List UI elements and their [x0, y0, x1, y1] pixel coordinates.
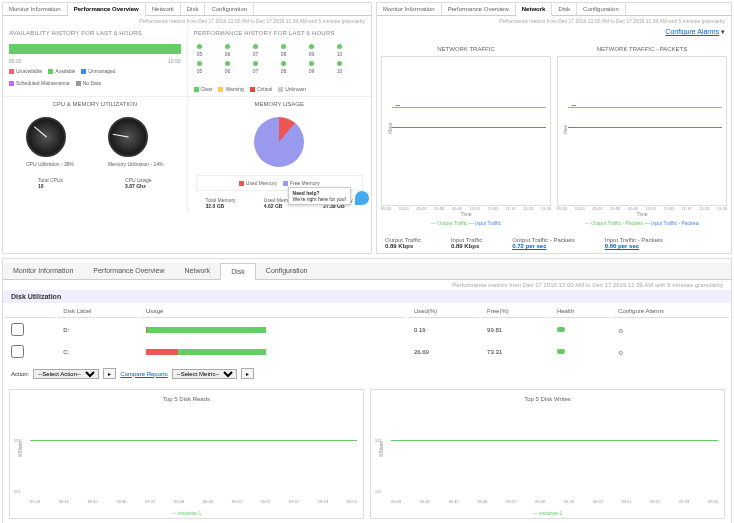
chat-icon[interactable]	[355, 191, 369, 205]
legend-item: Unknown	[278, 86, 306, 92]
perf-hour: 09	[306, 61, 318, 74]
disk-column: Configure Alarms	[612, 305, 729, 318]
perf-hour: 07	[250, 44, 262, 57]
table-row: D:0.1999.81⚙	[5, 320, 729, 340]
mem-stat: Total Memory32.0 GB	[206, 197, 236, 209]
legend-item: Available	[48, 68, 75, 74]
select-metric[interactable]: --Select Metric--	[172, 369, 237, 379]
net-stat[interactable]: Output Traffic - Packets0.72 per sec	[512, 237, 575, 249]
dropdown-icon[interactable]: ▾	[721, 28, 725, 35]
tab-disk[interactable]: Disk	[552, 3, 577, 15]
mem-usage-title: MEMORY USAGE	[188, 97, 372, 111]
net-stat: Input Traffic0.89 Kbps	[451, 237, 482, 249]
perf-calendar: 050607080910 050607080910	[188, 40, 372, 82]
perf-hour: 10	[334, 61, 346, 74]
health-indicator	[557, 327, 565, 332]
table-row: C:26.6973.31⚙	[5, 342, 729, 362]
cpu-gauge	[26, 117, 66, 157]
action-label: Action:	[11, 371, 29, 377]
gear-icon[interactable]: ⚙	[618, 328, 623, 334]
disk-meta: Performance metrics from Dec 17 2019 12:…	[3, 280, 731, 290]
net-legend: — Output Traffic - Packets — Input Traff…	[557, 217, 727, 229]
perf-hour: 08	[278, 61, 290, 74]
row-checkbox[interactable]	[11, 323, 24, 336]
cpu-gauge-label: CPU Utilization - 38%	[26, 161, 74, 167]
tab-performance-overview[interactable]: Performance Overview	[442, 3, 516, 15]
usage-bar	[146, 327, 266, 333]
legend-item: Warning	[218, 86, 243, 92]
disk-column: Usage	[140, 305, 406, 318]
legend-item: Used Memory	[239, 180, 277, 186]
disk-chart: Top 5 Disk ReadsKB/sec55355109:4309:4409…	[9, 389, 364, 519]
perf-hour: 05	[194, 61, 206, 74]
perf-hour: 05	[194, 44, 206, 57]
legend-item: Unmanaged	[81, 68, 115, 74]
tab-network[interactable]: Network	[516, 3, 553, 16]
disk-column: Disk Label	[57, 305, 138, 318]
tab-performance-overview[interactable]: Performance Overview	[68, 3, 146, 16]
tab-configuration[interactable]: Configuration	[577, 3, 626, 15]
disk-chart: Top 5 Disk WritesKB/sec55355109:4309:440…	[370, 389, 725, 519]
availability-bar	[9, 44, 181, 54]
usage-bar	[146, 349, 266, 355]
availability-legend: UnavailableAvailableUnmanagedScheduled M…	[3, 64, 187, 90]
net-stat: Output Traffic0.89 Kbps	[385, 237, 421, 249]
meta-text: Performance metrics from Dec 17 2019 12:…	[3, 16, 371, 26]
row-checkbox[interactable]	[11, 345, 24, 358]
disk-column: Health	[551, 305, 610, 318]
legend-item: Scheduled Maintenance	[9, 80, 70, 86]
net-chart: Kbps	[381, 56, 551, 206]
perf-hour: 06	[222, 61, 234, 74]
health-indicator	[557, 349, 565, 354]
memory-pie	[254, 117, 304, 167]
disk-column: Used(%)	[408, 305, 479, 318]
configure-alarms-link[interactable]: Configure Alarms	[665, 28, 719, 35]
mem-gauge	[108, 117, 148, 157]
used-pct: 0.19	[408, 320, 479, 340]
net-chart-title: NETWORK TRAFFIC	[381, 42, 551, 56]
perf-history-title: PERFORMANCE HISTORY FOR LAST 6 HOURS	[188, 26, 372, 40]
tab-network[interactable]: Network	[146, 3, 181, 15]
disk-column: Free(%)	[481, 305, 549, 318]
tab-performance-overview[interactable]: Performance Overview	[83, 263, 174, 279]
tab-configuration[interactable]: Configuration	[256, 263, 318, 279]
tab-monitor-information[interactable]: Monitor Information	[377, 3, 442, 15]
total-cpus: Total CPUs10	[38, 177, 63, 189]
cpu-mem-title: CPU & MEMORY UTILIZATION	[3, 97, 187, 111]
tab-configuration[interactable]: Configuration	[205, 3, 254, 15]
perf-hour: 07	[250, 61, 262, 74]
tabs-disk: Monitor InformationPerformance OverviewN…	[3, 263, 731, 280]
go-metric-button[interactable]: ▸	[241, 368, 254, 379]
perf-hour: 09	[306, 44, 318, 57]
disk-label: C:	[57, 342, 138, 362]
go-button[interactable]: ▸	[103, 368, 116, 379]
cpu-usage: CPU Usage3.87 Ghz	[125, 177, 151, 189]
tab-monitor-information[interactable]: Monitor Information	[3, 3, 68, 15]
tabs-perf: Monitor InformationPerformance OverviewN…	[3, 3, 371, 16]
net-chart-title: NETWORK TRAFFIC - PACKETS	[557, 42, 727, 56]
perf-hour: 08	[278, 44, 290, 57]
used-pct: 26.69	[408, 342, 479, 362]
tab-disk[interactable]: Disk	[220, 263, 256, 280]
net-chart: /sec	[557, 56, 727, 206]
tab-monitor-information[interactable]: Monitor Information	[3, 263, 83, 279]
availability-title: AVAILABILITY HISTORY FOR LAST 6 HOURS	[3, 26, 187, 40]
perf-legend: ClearWarningCriticalUnknown	[188, 82, 372, 96]
net-legend: — Output Traffic — Input Traffic	[381, 217, 551, 229]
free-pct: 99.81	[481, 320, 549, 340]
tab-disk[interactable]: Disk	[181, 3, 206, 15]
legend-item: Clear	[194, 86, 213, 92]
tab-network[interactable]: Network	[175, 263, 221, 279]
select-action[interactable]: --Select Action--	[33, 369, 99, 379]
gear-icon[interactable]: ⚙	[618, 350, 623, 356]
legend-item: No Data	[76, 80, 101, 86]
net-meta: Performance metrics from Dec 17 2019 12:…	[377, 16, 731, 26]
disk-column	[5, 305, 55, 318]
disk-table: Disk LabelUsageUsed(%)Free(%)HealthConfi…	[3, 303, 731, 364]
compare-reports-link[interactable]: Compare Reports	[120, 371, 167, 377]
free-pct: 73.31	[481, 342, 549, 362]
net-stat[interactable]: Input Traffic - Packets0.66 per sec	[605, 237, 663, 249]
perf-hour: 10	[334, 44, 346, 57]
disk-label: D:	[57, 320, 138, 340]
legend-item: Unavailable	[9, 68, 42, 74]
